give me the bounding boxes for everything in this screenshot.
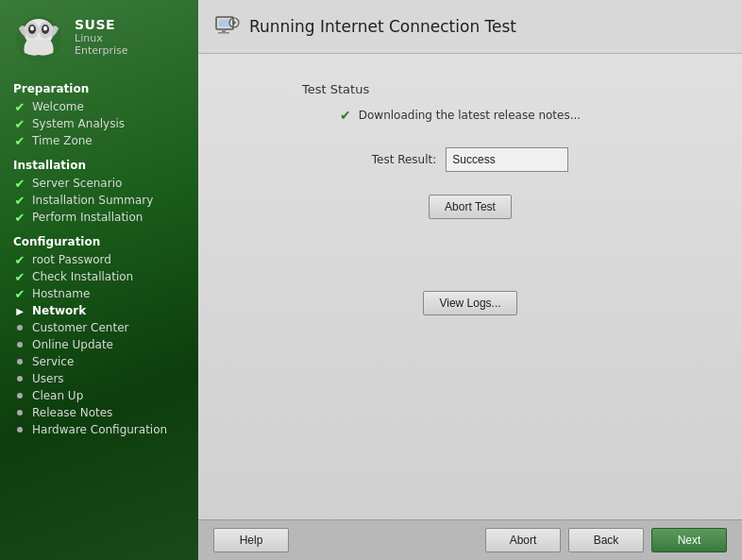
next-button[interactable]: Next	[651, 528, 727, 552]
brand-linux: Linux	[75, 32, 128, 44]
brand-suse: SUSE	[75, 17, 128, 32]
sidebar-item-label: Perform Installation	[32, 211, 143, 224]
svg-point-6	[30, 26, 34, 31]
status-text: Downloading the latest release notes...	[359, 109, 581, 122]
sidebar-item-service[interactable]: Service	[0, 353, 198, 370]
test-result-row: Test Result:	[227, 147, 714, 172]
sidebar-item-root-password[interactable]: ✔ root Password	[0, 251, 198, 268]
logo-area: SUSE Linux Enterprise	[0, 0, 198, 73]
view-logs-row: View Logs...	[227, 291, 714, 315]
sidebar-item-network[interactable]: ▶ Network	[0, 302, 198, 319]
sidebar-item-hostname[interactable]: ✔ Hostname	[0, 285, 198, 302]
sidebar-item-release-notes[interactable]: Release Notes	[0, 404, 198, 421]
dot-icon	[13, 406, 26, 419]
sidebar-item-installation-summary[interactable]: ✔ Installation Summary	[0, 192, 198, 209]
sidebar-item-label: Hostname	[32, 287, 90, 300]
sidebar-item-clean-up[interactable]: Clean Up	[0, 387, 198, 404]
abort-test-button[interactable]: Abort Test	[429, 195, 512, 219]
check-icon: ✔	[13, 270, 26, 283]
sidebar-item-label: Installation Summary	[32, 194, 153, 207]
svg-rect-10	[222, 29, 226, 32]
dot-icon	[13, 338, 26, 351]
check-icon: ✔	[13, 100, 26, 113]
view-logs-button[interactable]: View Logs...	[423, 291, 516, 315]
svg-rect-9	[219, 20, 230, 26]
check-icon: ✔	[13, 117, 26, 130]
main-header: Running Internet Connection Test	[198, 0, 742, 54]
test-status-label: Test Status	[302, 82, 369, 96]
sidebar-item-check-installation[interactable]: ✔ Check Installation	[0, 268, 198, 285]
sidebar-item-label: Welcome	[32, 100, 84, 113]
footer: Help Abort Back Next	[198, 519, 742, 560]
brand-text: SUSE Linux Enterprise	[75, 13, 128, 57]
check-icon: ✔	[13, 134, 26, 147]
check-icon: ✔	[13, 287, 26, 300]
sidebar-item-label: Hardware Configuration	[32, 423, 167, 436]
check-icon: ✔	[13, 253, 26, 266]
dot-icon	[13, 389, 26, 402]
check-icon: ✔	[13, 194, 26, 207]
abort-btn-row: Abort Test	[227, 195, 714, 219]
sidebar-item-label: Customer Center	[32, 321, 129, 334]
dot-icon	[13, 355, 26, 368]
sidebar-item-label: System Analysis	[32, 117, 125, 130]
back-button[interactable]: Back	[568, 528, 644, 552]
arrow-icon: ▶	[13, 304, 26, 317]
sidebar-item-label: Service	[32, 355, 74, 368]
sidebar-item-users[interactable]: Users	[0, 370, 198, 387]
test-result-input	[446, 147, 568, 172]
section-installation: Installation	[0, 153, 198, 175]
check-icon: ✔	[13, 211, 26, 224]
connection-test-icon	[213, 13, 240, 40]
sidebar-item-label: Network	[32, 304, 86, 317]
test-result-label: Test Result:	[372, 153, 437, 166]
sidebar-item-label: Online Update	[32, 338, 113, 351]
main-title: Running Internet Connection Test	[249, 17, 516, 36]
status-row: ✔ Downloading the latest release notes..…	[340, 108, 581, 123]
dot-icon	[13, 321, 26, 334]
sidebar-item-online-update[interactable]: Online Update	[0, 336, 198, 353]
dot-icon	[13, 372, 26, 385]
section-preparation: Preparation	[0, 76, 198, 98]
svg-point-7	[43, 26, 47, 31]
sidebar-item-label: root Password	[32, 253, 111, 266]
sidebar: SUSE Linux Enterprise Preparation ✔ Welc…	[0, 0, 198, 560]
svg-rect-11	[218, 32, 229, 34]
sidebar-item-perform-installation[interactable]: ✔ Perform Installation	[0, 209, 198, 226]
brand-enterprise: Enterprise	[75, 44, 128, 57]
sidebar-item-welcome[interactable]: ✔ Welcome	[0, 98, 198, 115]
sidebar-item-label: Release Notes	[32, 406, 112, 419]
main-content: Running Internet Connection Test Test St…	[198, 0, 742, 560]
sidebar-item-label: Server Scenario	[32, 177, 122, 190]
sidebar-item-hardware-configuration[interactable]: Hardware Configuration	[0, 421, 198, 438]
status-check-icon: ✔	[340, 108, 351, 123]
dot-icon	[13, 423, 26, 436]
sidebar-item-server-scenario[interactable]: ✔ Server Scenario	[0, 175, 198, 192]
main-body: Test Status ✔ Downloading the latest rel…	[198, 54, 742, 519]
chameleon-logo-icon	[13, 13, 65, 65]
sidebar-item-time-zone[interactable]: ✔ Time Zone	[0, 132, 198, 149]
sidebar-item-label: Users	[32, 372, 64, 385]
sidebar-item-label: Clean Up	[32, 389, 83, 402]
check-icon: ✔	[13, 177, 26, 190]
footer-right: Abort Back Next	[485, 528, 727, 552]
test-status-section: Test Status ✔ Downloading the latest rel…	[227, 82, 714, 123]
sidebar-item-customer-center[interactable]: Customer Center	[0, 319, 198, 336]
sidebar-item-system-analysis[interactable]: ✔ System Analysis	[0, 115, 198, 132]
sidebar-item-label: Time Zone	[32, 134, 93, 147]
help-button[interactable]: Help	[213, 528, 289, 552]
section-configuration: Configuration	[0, 229, 198, 251]
abort-button[interactable]: Abort	[485, 528, 561, 552]
sidebar-item-label: Check Installation	[32, 270, 133, 283]
